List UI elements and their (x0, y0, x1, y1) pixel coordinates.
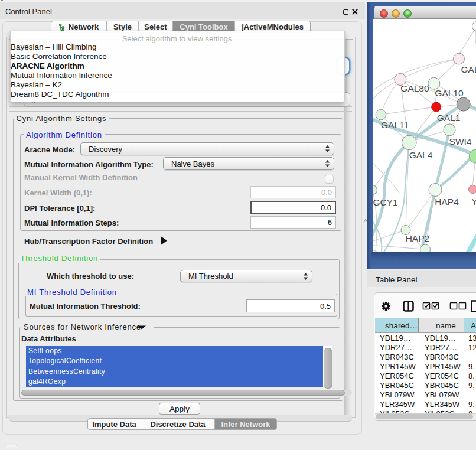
svg-text:GAL11: GAL11 (380, 119, 408, 129)
svg-text:GCY1: GCY1 (373, 197, 398, 207)
svg-text:HAP4: HAP4 (435, 196, 459, 206)
svg-text:GAL7: GAL7 (461, 64, 476, 74)
svg-text:SWI4: SWI4 (449, 136, 471, 146)
svg-text:GAL4: GAL4 (409, 149, 432, 159)
svg-text:HAP2: HAP2 (405, 233, 429, 243)
svg-text:GAL80: GAL80 (400, 83, 429, 93)
svg-text:YL: YL (471, 196, 476, 206)
svg-text:GAL1: GAL1 (436, 112, 460, 122)
svg-text:GAL10: GAL10 (435, 87, 464, 97)
